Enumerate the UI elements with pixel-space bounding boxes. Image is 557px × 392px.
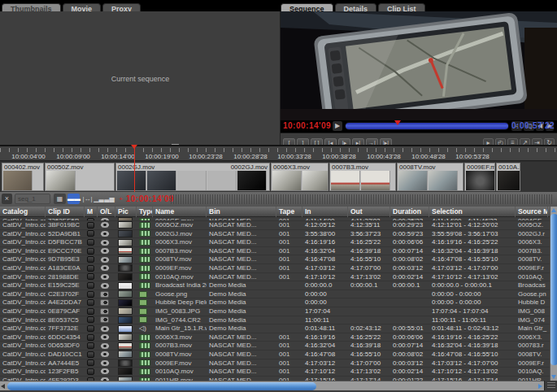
table-header[interactable]: CatalogClip IDMO/LPicTypeNameBinTapeInOu…	[0, 207, 550, 217]
camera-icon	[100, 299, 109, 306]
cell-out: 4:16:25'22	[348, 238, 390, 247]
column-header-out[interactable]: Out	[348, 207, 390, 217]
column-header-m[interactable]: M	[85, 207, 98, 217]
marker-button[interactable]	[87, 256, 94, 263]
cell-online-status	[98, 351, 115, 359]
sequence-name-tab[interactable]: seq_1	[15, 194, 50, 204]
column-header-ol[interactable]: O/L	[98, 207, 115, 217]
vertical-scrollbar[interactable]	[550, 207, 557, 381]
marker-button[interactable]	[87, 239, 94, 246]
marker-button[interactable]	[87, 334, 94, 341]
column-header-duration[interactable]: Duration	[390, 207, 429, 217]
scroll-left-icon[interactable]	[1, 384, 5, 389]
marker-button[interactable]	[87, 359, 94, 366]
fit-width-icon[interactable]: |↔|	[81, 194, 94, 204]
column-header-clipid[interactable]: Clip ID	[46, 207, 85, 217]
table-row[interactable]: CatDV_Intro.cdv9D7B95E30008TV.movNASCAT …	[0, 255, 550, 264]
scroll-down-icon[interactable]	[551, 375, 556, 379]
marker-button[interactable]	[87, 230, 94, 237]
marker-button[interactable]	[87, 222, 94, 229]
timeline-clip[interactable]: 0009EF.mov	[464, 163, 495, 191]
timeline-clip[interactable]: 0007B3.mov	[329, 163, 396, 191]
table-row[interactable]: CatDV_Intro.cdv0E879CAFIMG_0083.JPGDemo …	[0, 307, 550, 316]
marker-button[interactable]	[87, 273, 94, 280]
marker-button[interactable]	[87, 291, 94, 298]
waveform-large-icon[interactable]: ▃▅	[103, 194, 115, 204]
video-preview[interactable]	[281, 11, 557, 120]
cell-selection: 0:00:00 - 0:00:00	[429, 290, 516, 299]
timeline-clip[interactable]: 000402.mov	[2, 163, 44, 191]
timeline-playhead-handle[interactable]	[131, 145, 137, 149]
horizontal-scroll-thumb[interactable]	[7, 382, 316, 390]
cell-in: 3:55:38'00	[302, 230, 348, 239]
column-header-pic[interactable]: Pic	[115, 207, 137, 217]
column-header-catalog[interactable]: Catalog	[0, 207, 46, 217]
table-row[interactable]: CatDV_Intro.cdv8E0537C5IMG_0744.CR2Demo …	[0, 316, 550, 325]
column-header-selection[interactable]: Selection	[429, 207, 516, 217]
cell-out: 0:02:43:12	[348, 324, 390, 333]
table-row[interactable]: CatDV_Intro.cdv52DA9DB10002GJ.movNASCAT …	[0, 230, 550, 239]
timeline-ruler[interactable]: 10:00:04'0010:00:09'0010:00:14'0010:00:1…	[0, 145, 557, 161]
view-mode-thumbs-icon[interactable]: ▬▬	[67, 194, 80, 204]
column-header-name[interactable]: Name	[153, 207, 207, 217]
cell-type	[137, 342, 153, 351]
column-header-sourcem[interactable]: Source M	[516, 207, 548, 217]
marker-button[interactable]	[87, 368, 94, 375]
table-row[interactable]: CatDV_Intro.cdvA183CE0A0009EF.movNASCAT …	[0, 264, 550, 273]
marker-button[interactable]	[87, 299, 94, 306]
play-button[interactable]: ▶	[333, 121, 342, 131]
scroll-right-icon[interactable]	[538, 384, 542, 389]
playhead-marker[interactable]	[394, 120, 401, 125]
cell-online-status	[98, 368, 115, 377]
marker-button[interactable]	[87, 351, 94, 358]
table-row[interactable]: CatDV_Intro.cdv6DDC43540006X3.movNASCAT …	[0, 333, 550, 342]
cell-duration: 0:00:06'06	[390, 333, 429, 342]
table-row[interactable]: CatDV_Intro.cdv0D653DF00007B3.movNASCAT …	[0, 342, 550, 351]
marker-button[interactable]	[87, 282, 94, 289]
timeline-clip[interactable]: 0006X3.mov	[271, 163, 329, 191]
cell-tape: 001	[276, 368, 302, 377]
timeline-clip[interactable]: 0008TV.mov	[397, 163, 463, 191]
table-row[interactable]: CatDV_Intro.cdvDAD10CC10008TV.movNASCAT …	[0, 351, 550, 359]
column-header-type[interactable]: Type	[137, 207, 153, 217]
table-row[interactable]: CatDV_Intro.cdvA4E2DDA7Hubble Deep Field…	[0, 298, 550, 307]
table-row[interactable]: CatDV_Intro.cdv3BF019BC0005OZ.movNASCAT …	[0, 221, 550, 230]
progress-bar[interactable]	[346, 123, 508, 129]
marker-button[interactable]	[87, 265, 94, 272]
view-mode-film-icon[interactable]: ▦	[54, 194, 66, 204]
vertical-scroll-thumb[interactable]	[550, 214, 557, 365]
table-row[interactable]: CatDV_Intro.cdvE9CCC70E0007B3.movNASCAT …	[0, 247, 550, 256]
column-header-in[interactable]: In	[302, 207, 348, 217]
clip-thumbnail	[118, 342, 133, 350]
timeline-clip[interactable]: 00050Z.mov	[45, 163, 115, 191]
cell-selection: 4:12:12'01 - 4:12:20'02	[429, 221, 516, 230]
marker-add-icon[interactable]: +	[115, 194, 127, 204]
close-sequence-icon[interactable]: ×	[2, 194, 12, 204]
cell-name: Main Gtr_15.1.R.wav	[153, 324, 207, 333]
marker-button[interactable]	[87, 316, 94, 323]
table-row[interactable]: CatDV_Intro.cdv7FF3732E◁)Main Gtr_15.1.R…	[0, 324, 550, 333]
table-row[interactable]: CatDV_Intro.cdvC2E3702FGoose.pngDemo Med…	[0, 290, 550, 299]
column-header-tape[interactable]: Tape	[276, 207, 302, 217]
resize-grid-icon[interactable]	[547, 382, 555, 389]
table-row[interactable]: CatDV_Intro.cdvE159C25EBroadcast India 2…	[0, 281, 550, 290]
clip-thumbnail	[331, 171, 360, 191]
timeline-playhead[interactable]	[134, 145, 135, 192]
marker-button[interactable]	[87, 248, 94, 255]
cell-in: 0:01:48:11	[302, 324, 348, 333]
horizontal-scrollbar[interactable]	[0, 381, 557, 390]
marker-button[interactable]	[87, 308, 94, 315]
cell-name: 0007B3.mov	[153, 247, 207, 256]
column-header-bin[interactable]: Bin	[207, 207, 276, 217]
timeline-clip[interactable]: 0002GJ.mov0002GJ.mov	[115, 163, 270, 191]
table-row[interactable]: CatDV_Intro.cdvAA7444E50009EF.movNASCAT …	[0, 359, 550, 368]
marker-button[interactable]	[87, 325, 94, 332]
scroll-up-icon[interactable]	[551, 208, 556, 212]
marker-button[interactable]	[87, 342, 94, 349]
table-row[interactable]: CatDV_Intro.cdvD5FBCC7B0006X3.movNASCAT …	[0, 238, 550, 247]
timeline-clip[interactable]: 0010A...	[496, 163, 520, 191]
clip-name-label: 0002GJ.mov	[118, 163, 154, 171]
table-row[interactable]: CatDV_Intro.cdv281988DE0010AQ.movNASCAT …	[0, 273, 550, 282]
table-row[interactable]: CatDV_Intro.cdv123F2FB50010AQ.movNASCAT …	[0, 368, 550, 377]
playback-bar: 10:00:14'09 ▶ ⌕ ◁) ◀ ▶ 0:00:57'22	[281, 120, 557, 133]
